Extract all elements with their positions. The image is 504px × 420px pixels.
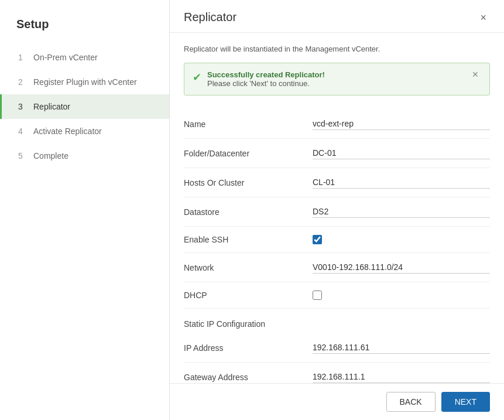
sidebar-label-3: Replicator <box>33 102 70 111</box>
hosts-label: Hosts Or Cluster <box>184 178 313 187</box>
gateway-label: Gateway Address <box>184 373 313 382</box>
step-num-2: 2 <box>18 77 28 87</box>
success-main-message: Successfully created Replicator! <box>207 70 469 79</box>
ip-label: IP Address <box>184 343 313 353</box>
datastore-value: DS2 <box>313 206 490 218</box>
sidebar-item-register[interactable]: 2 Register Plugin with vCenter <box>0 70 169 94</box>
dialog-title: Replicator <box>184 11 236 24</box>
sidebar-label-4: Activate Replicator <box>33 127 102 136</box>
dialog-content: Replicator will be instantiated in the M… <box>170 33 504 383</box>
dhcp-checkbox[interactable] <box>313 291 322 300</box>
sidebar-item-replicator[interactable]: 3 Replicator <box>0 94 169 119</box>
form-row-dhcp: DHCP <box>184 282 490 309</box>
network-label: Network <box>184 263 313 272</box>
network-value: V0010-192.168.111.0/24 <box>313 261 490 274</box>
step-num-3: 3 <box>18 102 28 111</box>
sidebar-item-activate[interactable]: 4 Activate Replicator <box>0 119 169 144</box>
dialog-header: Replicator × <box>170 0 504 33</box>
name-label: Name <box>184 119 313 129</box>
sidebar-title: Setup <box>0 18 169 45</box>
back-button[interactable]: BACK <box>386 392 436 412</box>
static-ip-section-header: Static IP Configuration <box>184 309 490 333</box>
form-row-network: Network V0010-192.168.111.0/24 <box>184 253 490 282</box>
sidebar-label-5: Complete <box>33 151 68 161</box>
close-button[interactable]: × <box>476 11 490 24</box>
sidebar: Setup 1 On-Prem vCenter 2 Register Plugi… <box>0 0 170 420</box>
form-row-datastore: Datastore DS2 <box>184 197 490 227</box>
form-row-folder: Folder/Datacenter DC-01 <box>184 139 490 168</box>
dialog-subtitle: Replicator will be instantiated in the M… <box>184 45 490 53</box>
form-row-ssh: Enable SSH <box>184 227 490 253</box>
banner-close-button[interactable]: ✕ <box>469 70 481 78</box>
dhcp-checkbox-wrapper <box>313 291 322 300</box>
folder-value: DC-01 <box>313 147 490 159</box>
sidebar-item-complete[interactable]: 5 Complete <box>0 144 169 168</box>
sidebar-item-onprem[interactable]: 1 On-Prem vCenter <box>0 45 169 70</box>
datastore-label: Datastore <box>184 207 313 217</box>
ip-value: 192.168.111.61 <box>313 342 490 354</box>
step-num-1: 1 <box>18 53 28 62</box>
form-row-name: Name vcd-ext-rep <box>184 110 490 139</box>
sidebar-label-1: On-Prem vCenter <box>33 53 98 62</box>
success-sub-message: Please click 'Next' to continue. <box>207 79 469 88</box>
gateway-value: 192.168.111.1 <box>313 371 490 383</box>
dialog: Replicator × Replicator will be instanti… <box>170 0 504 420</box>
form-row-gateway: Gateway Address 192.168.111.1 <box>184 363 490 383</box>
step-num-5: 5 <box>18 151 28 161</box>
ssh-checkbox-wrapper <box>313 235 322 244</box>
hosts-value: CL-01 <box>313 176 490 189</box>
form-row-ip: IP Address 192.168.111.61 <box>184 333 490 363</box>
sidebar-nav: 1 On-Prem vCenter 2 Register Plugin with… <box>0 45 169 168</box>
success-icon: ✔ <box>193 71 201 84</box>
ssh-checkbox[interactable] <box>313 235 322 244</box>
ssh-label: Enable SSH <box>184 235 313 244</box>
name-value: vcd-ext-rep <box>313 118 490 130</box>
success-text: Successfully created Replicator! Please … <box>207 70 469 88</box>
dialog-footer: BACK NEXT <box>170 383 504 420</box>
sidebar-label-2: Register Plugin with vCenter <box>33 77 137 87</box>
success-banner: ✔ Successfully created Replicator! Pleas… <box>184 63 490 95</box>
next-button[interactable]: NEXT <box>441 392 490 412</box>
dhcp-label: DHCP <box>184 291 313 300</box>
folder-label: Folder/Datacenter <box>184 149 313 158</box>
step-num-4: 4 <box>18 127 28 136</box>
form-row-hosts: Hosts Or Cluster CL-01 <box>184 168 490 197</box>
